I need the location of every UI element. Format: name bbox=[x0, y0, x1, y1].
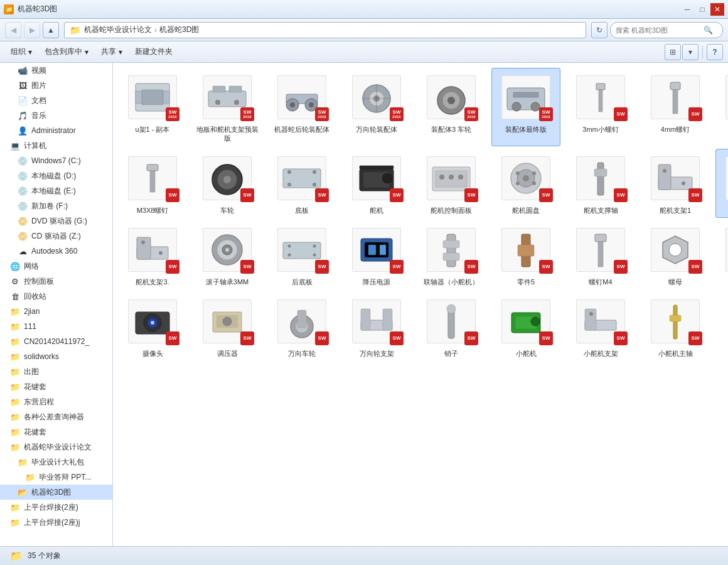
sidebar-item-huajian2[interactable]: 📁花健套 bbox=[0, 424, 112, 439]
file-item-f12[interactable]: SW 底板 bbox=[267, 149, 336, 218]
file-item-f16[interactable]: SW 舵机支撑轴 bbox=[566, 149, 635, 218]
sidebar-item-network[interactable]: 🌐网络 bbox=[0, 259, 112, 274]
file-item-f13[interactable]: SW 舵机 bbox=[342, 149, 411, 218]
svg-point-57 bbox=[532, 171, 536, 175]
include-button[interactable]: 包含到库中 ▾ bbox=[39, 44, 94, 60]
file-item-f6[interactable]: SW2016 装配体最终版 bbox=[491, 68, 560, 146]
file-item-f14[interactable]: SW 舵机控制面板 bbox=[417, 149, 486, 218]
sidebar-item-music[interactable]: 🎵音乐 bbox=[0, 108, 112, 123]
view-toggle-button[interactable]: ⊞ bbox=[665, 44, 681, 60]
sw-badge: SW bbox=[614, 107, 628, 121]
sidebar-item-document[interactable]: 📄文档 bbox=[0, 93, 112, 108]
file-thumbnail: SW bbox=[572, 153, 629, 203]
sidebar-item-icon-dvdG: 📀 bbox=[18, 216, 28, 226]
file-thumbnail: SW2016 bbox=[348, 72, 405, 122]
sidebar-item-111[interactable]: 📁111 bbox=[0, 319, 112, 334]
view-options-button[interactable]: ▾ bbox=[682, 44, 699, 60]
refresh-button[interactable]: ↻ bbox=[591, 22, 608, 38]
maximize-button[interactable]: □ bbox=[695, 3, 709, 16]
sidebar-item-icon-cdZ: 📀 bbox=[18, 231, 28, 241]
file-name: 摄像头 bbox=[142, 349, 163, 358]
file-item-f27[interactable]: SW 螺母M4 bbox=[715, 220, 728, 289]
file-item-f22[interactable]: SW 降压电源 bbox=[342, 220, 411, 289]
sw-badge: SW bbox=[464, 188, 478, 202]
sidebar-item-shangpt1[interactable]: 📁上平台焊接(2座) bbox=[0, 500, 112, 515]
file-item-f35[interactable]: SW 小舵机主轴 bbox=[641, 292, 710, 361]
file-thumbnail: SW bbox=[647, 72, 704, 122]
sidebar-item-localD[interactable]: 💿本地磁盘 (D:) bbox=[0, 168, 112, 183]
file-item-f33[interactable]: SW 小舵机 bbox=[491, 292, 560, 361]
file-item-f23[interactable]: SW 联轴器（小舵机） bbox=[417, 220, 486, 289]
close-button[interactable]: ✕ bbox=[710, 3, 724, 16]
file-item-f3[interactable]: SW2016 机器蛇后轮装配体 bbox=[267, 68, 336, 146]
sidebar-item-dvdG[interactable]: 📀DVD 驱动器 (G:) bbox=[0, 213, 112, 229]
file-item-f17[interactable]: SW 舵机支架1 bbox=[641, 149, 710, 218]
file-item-f26[interactable]: SW 螺母 bbox=[641, 220, 710, 289]
sidebar-item-bisheppt[interactable]: 📁毕业答辩 PPT... bbox=[0, 470, 112, 485]
sidebar-item-localE[interactable]: 💿本地磁盘 (E:) bbox=[0, 183, 112, 198]
file-item-f11[interactable]: SW 车轮 bbox=[193, 149, 262, 218]
sw-badge: SW bbox=[315, 188, 329, 202]
file-item-f1[interactable]: SW2016 u架1 - 副本 bbox=[118, 68, 187, 146]
sidebar-item-jiqishe3d[interactable]: 📂机器蛇3D图 bbox=[0, 485, 112, 500]
svg-rect-4 bbox=[208, 91, 246, 107]
up-button[interactable]: ▲ bbox=[43, 22, 59, 38]
file-item-f31[interactable]: SW 万向轮支架 bbox=[342, 292, 411, 361]
file-item-f21[interactable]: SW 后底板 bbox=[267, 220, 336, 289]
sidebar-item-newF[interactable]: 💿新加卷 (F:) bbox=[0, 198, 112, 213]
file-item-f30[interactable]: SW 万向车轮 bbox=[267, 292, 336, 361]
file-item-f5[interactable]: SW2016 装配体3 车轮 bbox=[417, 68, 486, 146]
back-button[interactable]: ◀ bbox=[5, 22, 21, 38]
sidebar-item-shangpt2[interactable]: 📁上平台焊接(2座)j bbox=[0, 515, 112, 530]
file-item-f28[interactable]: SW 摄像头 bbox=[118, 292, 187, 361]
sidebar-item-huajiantao[interactable]: 📁花键套 bbox=[0, 379, 112, 394]
sidebar-item-dongying[interactable]: 📁东营启程 bbox=[0, 394, 112, 409]
sidebar-item-cdZ[interactable]: 📀CD 驱动器 (Z:) bbox=[0, 229, 112, 244]
file-item-f34[interactable]: SW 小舵机支架 bbox=[566, 292, 635, 361]
file-thumbnail: SW bbox=[647, 296, 704, 347]
new-folder-button[interactable]: 新建文件夹 bbox=[129, 44, 178, 60]
share-button[interactable]: 共享 ▾ bbox=[95, 44, 128, 60]
sidebar-item-recycle[interactable]: 🗑回收站 bbox=[0, 289, 112, 304]
file-item-f15[interactable]: SW 舵机圆盘 bbox=[491, 149, 560, 218]
sw-badge: SW bbox=[166, 260, 179, 274]
search-bar[interactable]: 🔍 bbox=[610, 22, 723, 38]
sidebar-item-icon-shangpt2: 📁 bbox=[10, 517, 20, 527]
sidebar-item-2jian[interactable]: 📁2jian bbox=[0, 304, 112, 319]
file-item-f32[interactable]: SW 销子 bbox=[417, 292, 486, 361]
sidebar-item-label-111: 111 bbox=[24, 322, 36, 331]
sidebar-item-autodesk[interactable]: ☁Autodesk 360 bbox=[0, 244, 112, 259]
sidebar-item-cn[interactable]: 📁CN201420411972_ bbox=[0, 334, 112, 349]
address-bar[interactable]: 📁 机器蛇毕业设计论文 › 机器蛇3D图 bbox=[64, 22, 586, 38]
help-button[interactable]: ? bbox=[707, 44, 723, 60]
sidebar-item-video[interactable]: 📹视频 bbox=[0, 63, 112, 78]
sidebar-item-win7c[interactable]: 💿Windows7 (C:) bbox=[0, 153, 112, 168]
sidebar-item-bishe[interactable]: 📁毕业设计大礼包 bbox=[0, 455, 112, 470]
forward-button[interactable]: ▶ bbox=[24, 22, 40, 38]
sidebar-item-chutu[interactable]: 📁出图 bbox=[0, 364, 112, 379]
file-item-f19[interactable]: SW 舵机支架3. bbox=[118, 220, 187, 289]
file-item-f20[interactable]: SW 滚子轴承3MM bbox=[193, 220, 262, 289]
file-item-f10[interactable]: SW M3X8螺钉 bbox=[118, 149, 187, 218]
sidebar-item-solidworks[interactable]: 📁solidworks bbox=[0, 349, 112, 364]
sidebar-item-admin[interactable]: 👤Administrator bbox=[0, 123, 112, 138]
sidebar-item-gezhong[interactable]: 📁各种公差查询神器 bbox=[0, 409, 112, 424]
minimize-button[interactable]: ─ bbox=[680, 3, 694, 16]
sidebar-item-jiqishe[interactable]: 📁机器蛇毕业设计论文 bbox=[0, 439, 112, 455]
sidebar-item-icon-2jian: 📁 bbox=[10, 306, 20, 316]
file-item-f18[interactable]: SW 舵机支架2 bbox=[715, 149, 728, 218]
file-item-f24[interactable]: SW 零件5 bbox=[491, 220, 560, 289]
sidebar-item-computer[interactable]: 💻计算机 bbox=[0, 138, 112, 153]
file-item-f2[interactable]: SW2016 地板和舵机支架预装版 bbox=[193, 68, 262, 146]
sidebar-item-control[interactable]: ⚙控制面板 bbox=[0, 274, 112, 289]
file-item-f9[interactable]: SW L型支架 bbox=[715, 68, 728, 146]
file-item-f4[interactable]: SW2016 万向轮装配体 bbox=[342, 68, 411, 146]
file-item-f29[interactable]: SW 调压器 bbox=[193, 292, 262, 361]
file-item-f25[interactable]: SW 螺钉M4 bbox=[566, 220, 635, 289]
file-item-f8[interactable]: SW 4mm螺钉 bbox=[641, 68, 710, 146]
sidebar-item-picture[interactable]: 🖼图片 bbox=[0, 78, 112, 93]
search-input[interactable] bbox=[616, 26, 704, 34]
file-item-f7[interactable]: SW 3mm小螺钉 bbox=[566, 68, 635, 146]
organize-button[interactable]: 组织 ▾ bbox=[5, 44, 38, 60]
sw-badge: SW bbox=[390, 260, 404, 274]
